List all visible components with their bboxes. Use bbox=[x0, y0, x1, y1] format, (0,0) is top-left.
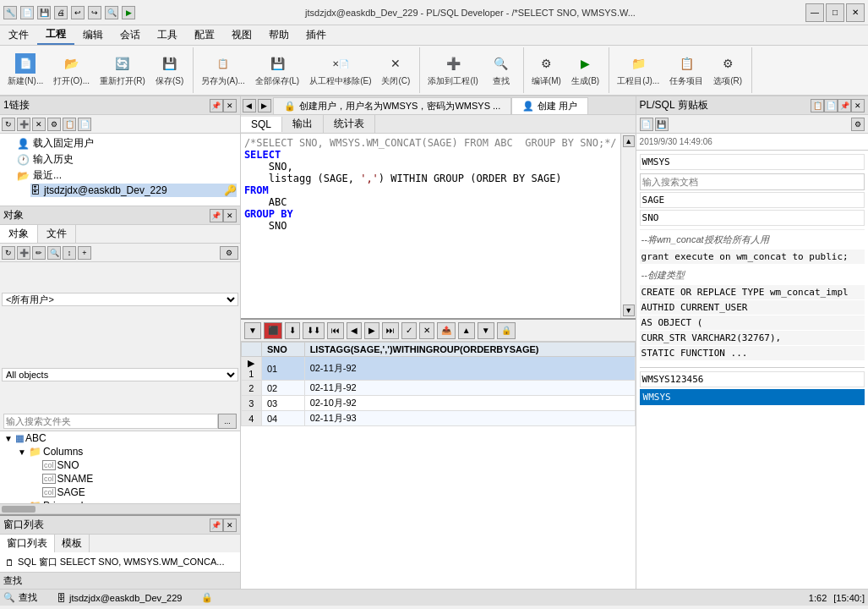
conn-item-active[interactable]: 🗄 jtsdzjdx@easkdb_Dev_229 🔑 bbox=[30, 184, 237, 197]
query-tab-sql[interactable]: SQL bbox=[241, 117, 282, 132]
owner-select[interactable]: <所有用户> bbox=[2, 293, 238, 306]
obj-refresh[interactable]: ↻ bbox=[2, 246, 15, 260]
new-button[interactable]: 📄 新建(N)... bbox=[3, 49, 47, 91]
reopen-button[interactable]: 🔄 重新打开(R) bbox=[96, 49, 150, 91]
saveas-button[interactable]: 📋 另存为(A)... bbox=[197, 49, 249, 91]
tab-objects[interactable]: 对象 bbox=[0, 225, 38, 243]
object-search-button[interactable]: ... bbox=[218, 414, 237, 429]
obj-edit[interactable]: ✏ bbox=[32, 246, 46, 260]
run-icon[interactable]: ▶ bbox=[122, 6, 135, 19]
options-button[interactable]: ⚙ 选项(R) bbox=[709, 49, 746, 91]
scroll-up[interactable]: ▲ bbox=[623, 135, 635, 147]
cb-entry-sage[interactable]: SAGE bbox=[640, 192, 865, 208]
compile-button[interactable]: ⚙ 编译(M) bbox=[527, 49, 565, 91]
tree-item-sno[interactable]: col SNO bbox=[0, 458, 240, 472]
result-up-btn[interactable]: ▲ bbox=[458, 322, 475, 339]
remove-button[interactable]: ✕📄 从工程中移除(E) bbox=[305, 49, 375, 91]
search-title-icon[interactable]: 🔍 bbox=[105, 6, 118, 19]
tasks-button[interactable]: 📋 任务项目 bbox=[665, 49, 707, 91]
menu-view[interactable]: 视图 bbox=[223, 26, 260, 44]
find-button[interactable]: 🔍 查找 bbox=[484, 49, 518, 91]
menu-plugin[interactable]: 插件 bbox=[298, 26, 335, 44]
obj-panel-close[interactable]: ✕ bbox=[223, 209, 237, 222]
type-filter[interactable]: All objects bbox=[0, 337, 240, 413]
cell-sno-3[interactable]: 03 bbox=[261, 396, 304, 411]
menu-file[interactable]: 文件 bbox=[0, 26, 37, 44]
tab-template[interactable]: 模板 bbox=[55, 535, 90, 552]
result-prev-btn[interactable]: ◀ bbox=[347, 322, 362, 339]
undo-icon[interactable]: ↩ bbox=[71, 6, 85, 19]
cb-entry-sno[interactable]: SNO bbox=[640, 210, 865, 226]
cell-sno-1[interactable]: 01 bbox=[261, 357, 304, 381]
menu-config[interactable]: 配置 bbox=[186, 26, 223, 44]
cb-code-currstr[interactable]: CURR_STR VARCHAR2(32767), bbox=[640, 331, 865, 345]
menu-tools[interactable]: 工具 bbox=[149, 26, 186, 44]
conn-item-fixed-users[interactable]: 👤 载入固定用户 bbox=[17, 135, 237, 151]
tree-item-abc[interactable]: ▼ ▦ ABC bbox=[0, 431, 240, 445]
conn-panel-close[interactable]: ✕ bbox=[223, 99, 237, 112]
obj-scrollbar-h[interactable] bbox=[0, 503, 240, 513]
result-stop-btn[interactable]: ⬛ bbox=[264, 322, 282, 339]
cb-code-type[interactable]: CREATE OR REPLACE TYPE wm_concat_impl bbox=[640, 285, 865, 299]
clipboard-paste[interactable]: 📄 bbox=[824, 99, 838, 112]
cb-code-authid[interactable]: AUTHID CURRENT_USER bbox=[640, 300, 865, 315]
cell-data-1[interactable]: 02-11月-92 bbox=[304, 357, 635, 381]
obj-settings[interactable]: ⚙ bbox=[220, 246, 238, 260]
close-button[interactable]: ✕ bbox=[846, 3, 865, 22]
clipboard-pin[interactable]: 📌 bbox=[838, 99, 851, 112]
wl-pin[interactable]: 📌 bbox=[210, 518, 223, 532]
scroll-down[interactable]: ▼ bbox=[623, 304, 635, 316]
cb-code-asobject[interactable]: AS OBJECT ( bbox=[640, 315, 865, 330]
menu-edit[interactable]: 编辑 bbox=[74, 26, 112, 44]
result-cancel-btn[interactable]: ✕ bbox=[419, 322, 434, 339]
result-fetch-btn[interactable]: ⬇ bbox=[285, 322, 300, 339]
result-first-btn[interactable]: ⏮ bbox=[327, 322, 344, 339]
cb-entry-highlight[interactable]: WMSYS bbox=[640, 389, 865, 405]
result-fetch-all-btn[interactable]: ⬇⬇ bbox=[303, 322, 325, 339]
conn-paste[interactable]: 📄 bbox=[78, 118, 91, 131]
project-items-button[interactable]: 📁 工程目(J)... bbox=[613, 49, 663, 91]
table-row[interactable]: 2 02 02-11月-92 bbox=[241, 381, 635, 396]
result-export-btn[interactable]: 📤 bbox=[437, 322, 456, 339]
minimize-button[interactable]: — bbox=[805, 3, 824, 22]
cb-code-static[interactable]: STATIC FUNCTION ... bbox=[640, 346, 865, 360]
obj-new[interactable]: ➕ bbox=[17, 246, 30, 260]
tree-item-columns[interactable]: ▼ 📁 Columns bbox=[0, 445, 240, 458]
save-button[interactable]: 💾 保存(S) bbox=[151, 49, 188, 91]
conn-item-recent[interactable]: 📂 最近... bbox=[17, 167, 237, 184]
redo-icon[interactable]: ↪ bbox=[88, 6, 101, 19]
conn-copy[interactable]: 📋 bbox=[63, 118, 76, 131]
object-search-input[interactable] bbox=[3, 414, 218, 429]
cb-entry-wmsys2[interactable]: WMSYS123456 bbox=[640, 371, 865, 387]
result-down-btn[interactable]: ▼ bbox=[478, 322, 494, 339]
type-select[interactable]: All objects bbox=[2, 368, 238, 381]
open-button[interactable]: 📂 打开(O)... bbox=[49, 49, 94, 91]
menu-project[interactable]: 工程 bbox=[37, 25, 74, 45]
obj-expand[interactable]: + bbox=[78, 246, 91, 260]
query-tab-stats[interactable]: 统计表 bbox=[324, 115, 375, 133]
build-button[interactable]: ▶ 生成(B) bbox=[567, 49, 603, 91]
result-post-btn[interactable]: ✓ bbox=[401, 322, 417, 339]
table-row[interactable]: 4 04 02-11月-93 bbox=[241, 411, 635, 426]
owner-filter[interactable]: <所有用户> bbox=[0, 262, 240, 337]
cell-sno-2[interactable]: 02 bbox=[261, 381, 304, 396]
print-icon[interactable]: 🖨 bbox=[54, 6, 68, 19]
result-last-btn[interactable]: ⏭ bbox=[382, 322, 399, 339]
editor-tab-create-user[interactable]: 🔒 创建用户，用户名为WMSYS，密码为WMSYS ... bbox=[273, 97, 511, 114]
result-next-btn[interactable]: ▶ bbox=[364, 322, 379, 339]
tab-files[interactable]: 文件 bbox=[38, 225, 76, 243]
conn-refresh[interactable]: ↻ bbox=[2, 118, 15, 131]
cell-data-4[interactable]: 02-11月-93 bbox=[304, 411, 635, 426]
conn-add[interactable]: ➕ bbox=[17, 118, 30, 131]
cell-data-3[interactable]: 02-10月-92 bbox=[304, 396, 635, 411]
tab-prev[interactable]: ◀ bbox=[243, 99, 256, 112]
sql-editor[interactable]: /*SELECT SNO, WMSYS.WM_CONCAT(SAGE) FROM… bbox=[241, 134, 620, 318]
conn-item-history[interactable]: 🕐 输入历史 bbox=[17, 151, 237, 167]
clipboard-copy[interactable]: 📋 bbox=[811, 99, 824, 112]
saveall-button[interactable]: 💾 全部保存(L) bbox=[251, 49, 303, 91]
cb-code-grant[interactable]: grant execute on wm_concat to public; bbox=[640, 250, 865, 264]
clipboard-close[interactable]: ✕ bbox=[851, 99, 865, 112]
new-icon[interactable]: 📄 bbox=[20, 6, 34, 19]
tab-next[interactable]: ▶ bbox=[258, 99, 271, 112]
save-title-icon[interactable]: 💾 bbox=[37, 6, 51, 19]
